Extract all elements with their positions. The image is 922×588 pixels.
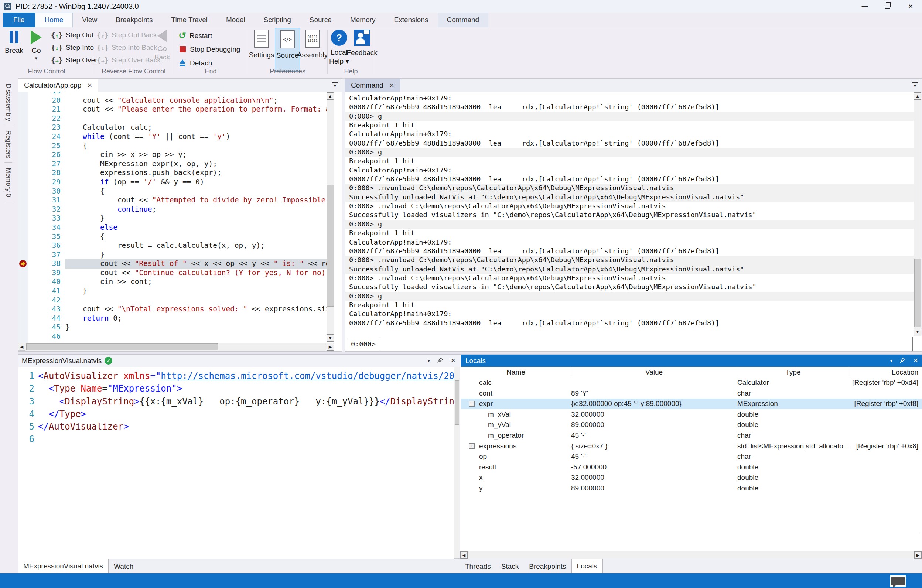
assembly-mode-button[interactable]: 0110110101 Assembly [300, 29, 325, 59]
natvis-header: MExpressionVisual.natvis ✓ ▾ ✕ [18, 354, 459, 367]
locals-row-op[interactable]: op45 '-'char [461, 451, 922, 462]
pin-icon[interactable] [900, 357, 906, 364]
scroll-left-icon[interactable]: ◀ [460, 551, 468, 559]
ribbon-tab-file[interactable]: File [3, 13, 35, 27]
scroll-down-icon[interactable]: ▼ [914, 328, 921, 335]
bottom-tab-threads[interactable]: Threads [460, 559, 496, 573]
line-number: 4 [18, 408, 34, 420]
locals-row-m-xval[interactable]: m_xVal32.000000double [461, 409, 922, 420]
pane-collapse-icon[interactable]: ▼ [912, 82, 918, 88]
pane-collapse-icon[interactable]: ▼ [332, 82, 338, 88]
go-button[interactable]: Go ▾ [25, 29, 48, 61]
code-token: << x << op << y << [187, 259, 274, 268]
close-icon[interactable]: ✕ [451, 357, 456, 364]
close-icon[interactable]: ✕ [389, 82, 394, 89]
step-into-back-button[interactable]: {↓} Step Into Back [97, 41, 161, 54]
stop-debugging-button[interactable]: Stop Debugging [178, 42, 240, 56]
rail-tab-disassembly[interactable]: Disassembly [5, 80, 12, 125]
bottom-tab-stack[interactable]: Stack [496, 559, 524, 573]
scroll-up-icon[interactable]: ▲ [914, 92, 921, 100]
step-into-button[interactable]: {↓} Step Into [51, 41, 97, 54]
command-vscroll-thumb[interactable] [914, 258, 921, 327]
step-over-back-button[interactable]: {→} Step Over Back [97, 54, 161, 67]
command-input[interactable] [379, 337, 912, 351]
locals-row-y[interactable]: y89.000000double [461, 483, 922, 494]
chevron-down-icon[interactable]: ▾ [890, 358, 893, 363]
close-icon[interactable]: ✕ [913, 357, 918, 364]
locals-column-type[interactable]: Type [737, 367, 849, 377]
rail-tab-registers[interactable]: Registers [5, 127, 12, 163]
bottom-tab-locals[interactable]: Locals [571, 559, 603, 573]
locals-row-cont[interactable]: cont89 'Y'char [461, 388, 922, 399]
ribbon-tab-time-travel[interactable]: Time Travel [162, 13, 217, 27]
locals-column-value[interactable]: Value [571, 367, 737, 377]
ribbon-tab-scripting[interactable]: Scripting [255, 13, 300, 27]
locals-row-m-yval[interactable]: m_yVal89.000000double [461, 420, 922, 430]
chevron-down-icon[interactable]: ▾ [35, 56, 38, 61]
locals-column-location[interactable]: Location [849, 367, 922, 377]
breakpoint-icon[interactable] [19, 260, 26, 268]
step-out-back-button[interactable]: {↑} Step Out Back [97, 29, 161, 41]
rail-tab-memory-0[interactable]: Memory 0 [5, 164, 12, 201]
code-token [38, 409, 49, 419]
scroll-down-icon[interactable]: ▼ [327, 334, 334, 341]
tab-calculatorapp-cpp[interactable]: CalculatorApp.cpp ✕ [18, 79, 98, 92]
feedback-button[interactable]: Feedback [351, 29, 373, 57]
ribbon-tab-view[interactable]: View [73, 13, 106, 27]
source-vscroll-thumb[interactable] [327, 185, 334, 307]
bottom-tab-mexpressionvisual-natvis[interactable]: MExpressionVisual.natvis [18, 559, 109, 573]
restore-icon[interactable] [876, 0, 899, 13]
minimize-icon[interactable]: — [853, 0, 876, 13]
close-icon[interactable]: ✕ [87, 82, 92, 89]
source-mode-button[interactable]: </> Source [275, 28, 300, 72]
ribbon-tab-command[interactable]: Command [438, 13, 489, 27]
code-text: expressions.push_back(expr); [65, 168, 334, 178]
locals-row-m-operator[interactable]: m_operator45 '-'char [461, 430, 922, 441]
step-into-back-icon: {↓} [97, 44, 109, 52]
locals-row-expressions[interactable]: +expressions{ size=0x7 }std::list<MExpre… [461, 441, 922, 452]
close-icon[interactable]: ✕ [899, 0, 922, 13]
scroll-up-icon[interactable]: ▲ [327, 92, 334, 100]
ribbon-tab-extensions[interactable]: Extensions [385, 13, 438, 27]
pin-icon[interactable] [437, 357, 443, 364]
locals-column-name[interactable]: Name [461, 367, 571, 377]
feedback-icon [354, 29, 370, 46]
scroll-left-icon[interactable]: ◀ [18, 343, 26, 351]
command-output-line: CalculatorApp!main+0x179: [345, 166, 915, 175]
bottom-tab-watch[interactable]: Watch [109, 559, 139, 573]
bottom-tab-breakpoints[interactable]: Breakpoints [524, 559, 571, 573]
break-button[interactable]: Break [2, 29, 26, 55]
chevron-down-icon[interactable]: ▾ [428, 358, 430, 363]
ribbon-tab-source[interactable]: Source [300, 13, 341, 27]
go-back-button[interactable]: Go Back [152, 29, 172, 61]
natvis-vscroll-thumb[interactable] [455, 381, 459, 425]
variable-type: double [737, 472, 849, 483]
expand-box-icon[interactable]: + [469, 443, 475, 449]
source-hscroll-thumb[interactable] [26, 343, 218, 350]
locals-row-result[interactable]: result-57.000000double [461, 462, 922, 473]
scroll-right-icon[interactable]: ▶ [327, 343, 334, 351]
locals-row-expr[interactable]: −expr{x:32.000000 op:45 '-' y:89.000000}… [461, 399, 922, 409]
feedback-bubble-icon[interactable] [890, 575, 906, 586]
settings-button[interactable]: Settings [249, 29, 274, 59]
source-line: 39 cout << "Continue calculation? (Y for… [18, 268, 334, 278]
stop-icon [180, 46, 186, 52]
source-line: 32 continue; [18, 205, 334, 214]
locals-row-calc[interactable]: calcCalculator[Register 'rbp' +0xd4] [461, 377, 922, 388]
ribbon-tab-home[interactable]: Home [35, 13, 73, 27]
step-over-button[interactable]: {→} Step Over [51, 54, 97, 67]
collapse-box-icon[interactable]: − [469, 401, 475, 407]
variable-name-cell: m_operator [461, 430, 571, 441]
scroll-right-icon[interactable]: ▶ [914, 551, 922, 559]
ribbon-tab-memory[interactable]: Memory [341, 13, 385, 27]
local-help-button[interactable]: ? Local Help ▾ [329, 29, 350, 66]
ribbon-tab-model[interactable]: Model [217, 13, 255, 27]
tab-command[interactable]: Command ✕ [345, 79, 400, 92]
locals-row-x[interactable]: x32.000000double [461, 472, 922, 483]
line-number: 39 [28, 268, 60, 278]
code-token: else [100, 223, 118, 232]
ribbon-tab-breakpoints[interactable]: Breakpoints [106, 13, 162, 27]
restart-button[interactable]: ↺ Restart [178, 29, 240, 42]
step-out-button[interactable]: {↑} Step Out [51, 29, 97, 41]
locals-hscrollbar[interactable] [460, 551, 922, 559]
